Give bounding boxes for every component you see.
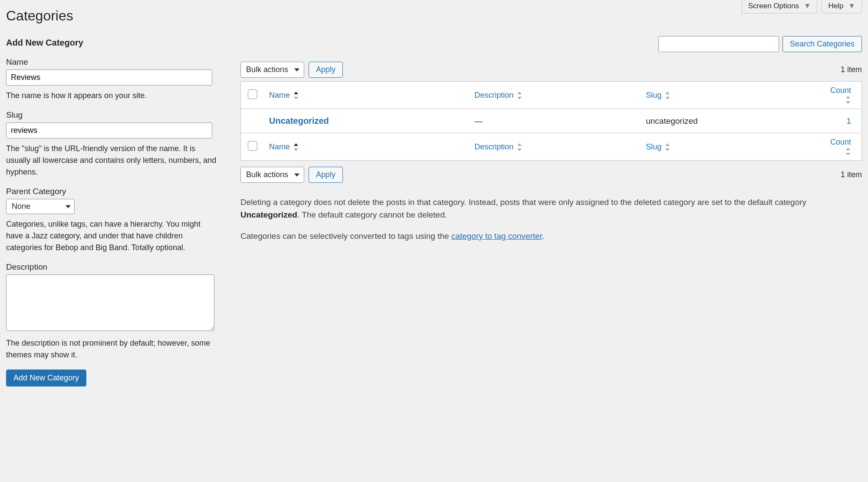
categories-table: Name Description Slug Count xyxy=(240,81,862,161)
convert-note: Categories can be selectively converted … xyxy=(240,230,862,242)
screen-options-tab[interactable]: Screen Options ▼ xyxy=(742,0,818,13)
name-column-label: Name xyxy=(269,91,290,99)
slug-column-footer[interactable]: Slug xyxy=(641,133,822,161)
chevron-down-icon: ▼ xyxy=(848,2,855,10)
parent-help: Categories, unlike tags, can have a hier… xyxy=(6,218,219,254)
tag-converter-link[interactable]: category to tag converter xyxy=(451,231,542,241)
description-column-footer[interactable]: Description xyxy=(469,133,641,161)
delete-note-text-b: . The default category cannot be deleted… xyxy=(297,210,447,219)
sort-icon xyxy=(517,143,523,151)
item-count-bottom: 1 item xyxy=(841,170,862,179)
name-column-header[interactable]: Name xyxy=(264,82,469,109)
sort-icon xyxy=(846,148,851,155)
sort-icon xyxy=(665,143,671,151)
row-slug: uncategorized xyxy=(641,109,822,133)
count-column-header[interactable]: Count xyxy=(823,82,862,109)
slug-field-label: Slug xyxy=(6,110,219,120)
description-field[interactable] xyxy=(6,274,214,331)
delete-note-strong: Uncategorized xyxy=(240,210,297,219)
chevron-down-icon xyxy=(294,68,299,71)
convert-note-text-b: . xyxy=(542,231,544,241)
parent-field-label: Parent Category xyxy=(6,187,219,196)
apply-button-bottom[interactable]: Apply xyxy=(309,167,343,183)
add-category-button[interactable]: Add New Category xyxy=(6,370,86,386)
slug-column-label: Slug xyxy=(646,142,661,151)
sort-icon xyxy=(294,143,299,151)
slug-help: The "slug" is the URL-friendly version o… xyxy=(6,143,219,178)
select-all-top[interactable] xyxy=(248,89,257,99)
name-help: The name is how it appears on your site. xyxy=(6,90,219,102)
item-count-top: 1 item xyxy=(841,65,862,74)
count-column-label: Count xyxy=(830,86,851,95)
description-column-header[interactable]: Description xyxy=(469,82,641,109)
form-heading: Add New Category xyxy=(6,38,219,48)
screen-options-label: Screen Options xyxy=(748,2,799,10)
sort-icon xyxy=(294,92,299,99)
slug-column-header[interactable]: Slug xyxy=(641,82,822,109)
search-input[interactable] xyxy=(658,36,779,52)
name-column-footer[interactable]: Name xyxy=(264,133,469,161)
apply-button-top[interactable]: Apply xyxy=(309,62,343,78)
convert-note-text-a: Categories can be selectively converted … xyxy=(240,231,451,241)
sort-icon xyxy=(846,96,851,104)
table-row: Uncategorized — uncategorized 1 xyxy=(241,109,862,133)
name-column-label: Name xyxy=(269,142,290,151)
delete-note-text-a: Deleting a category does not delete the … xyxy=(240,198,806,207)
description-column-label: Description xyxy=(474,91,513,99)
chevron-down-icon: ▼ xyxy=(804,2,811,10)
name-field[interactable] xyxy=(6,69,212,86)
bulk-actions-select-top[interactable]: Bulk actions xyxy=(240,62,304,78)
parent-select-value: None xyxy=(12,202,30,211)
chevron-down-icon xyxy=(294,173,299,176)
help-label: Help xyxy=(828,2,843,10)
count-column-label: Count xyxy=(830,138,851,146)
name-field-label: Name xyxy=(6,57,219,67)
slug-field[interactable] xyxy=(6,122,212,139)
sort-icon xyxy=(665,92,671,99)
bulk-actions-label: Bulk actions xyxy=(246,65,288,74)
bulk-actions-select-bottom[interactable]: Bulk actions xyxy=(240,167,304,183)
chevron-down-icon xyxy=(66,205,71,208)
slug-column-label: Slug xyxy=(646,91,661,99)
row-count-link[interactable]: 1 xyxy=(846,116,851,125)
select-all-bottom[interactable] xyxy=(248,141,257,151)
description-column-label: Description xyxy=(474,142,513,151)
search-categories-button[interactable]: Search Categories xyxy=(783,36,862,52)
delete-note: Deleting a category does not delete the … xyxy=(240,196,862,221)
row-description: — xyxy=(469,109,641,133)
help-tab[interactable]: Help ▼ xyxy=(822,0,862,13)
bulk-actions-label: Bulk actions xyxy=(246,170,288,179)
description-help: The description is not prominent by defa… xyxy=(6,337,219,361)
page-title: Categories xyxy=(6,8,862,24)
row-name-link[interactable]: Uncategorized xyxy=(269,116,329,125)
count-column-footer[interactable]: Count xyxy=(823,133,862,161)
description-field-label: Description xyxy=(6,262,219,272)
parent-select[interactable]: None xyxy=(6,199,75,214)
sort-icon xyxy=(517,92,523,99)
